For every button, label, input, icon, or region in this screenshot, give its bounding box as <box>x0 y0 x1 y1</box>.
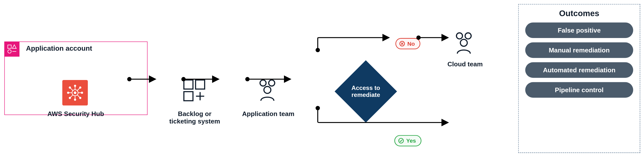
decision-no-tag: No <box>395 38 420 49</box>
shapes-icon <box>7 44 17 54</box>
outcome-manual-remediation: Manual remediation <box>525 42 633 58</box>
application-account-title: Application account <box>26 44 92 52</box>
yes-label: Yes <box>406 138 416 144</box>
svg-rect-23 <box>196 80 205 89</box>
svg-line-10 <box>70 88 73 90</box>
svg-point-29 <box>264 86 271 94</box>
svg-line-12 <box>77 88 80 90</box>
svg-rect-22 <box>184 80 193 89</box>
backlog-icon <box>181 77 207 103</box>
svg-marker-1 <box>12 45 16 48</box>
svg-point-16 <box>67 92 69 94</box>
decision-access-to-remediate: Access to remediate <box>334 60 397 123</box>
svg-point-42 <box>246 78 249 81</box>
svg-point-18 <box>69 86 71 89</box>
svg-point-30 <box>456 33 462 39</box>
decision-label: Access to remediate <box>334 60 397 123</box>
outcome-pipeline-control: Pipeline control <box>525 82 633 98</box>
account-badge-icon <box>4 42 20 57</box>
outcome-automated-remediation: Automated remediation <box>525 62 633 78</box>
outcome-false-positive: False positive <box>525 22 633 38</box>
svg-point-19 <box>79 97 81 99</box>
check-circle-icon <box>398 138 404 144</box>
cloud-team-label: Cloud team <box>435 60 496 68</box>
svg-rect-24 <box>184 92 193 101</box>
svg-point-2 <box>8 50 11 53</box>
svg-point-5 <box>74 92 76 94</box>
svg-point-17 <box>81 92 83 94</box>
backlog-label: Backlog or ticketing system <box>164 110 225 125</box>
svg-point-14 <box>74 85 76 87</box>
svg-point-47 <box>316 106 320 110</box>
svg-point-20 <box>79 86 81 89</box>
security-hub-icon <box>62 80 88 106</box>
svg-line-13 <box>70 95 73 98</box>
application-team-icon <box>254 77 280 101</box>
svg-point-21 <box>69 97 71 99</box>
application-team-label: Application team <box>238 110 299 118</box>
no-label: No <box>407 40 415 47</box>
svg-point-32 <box>460 39 467 46</box>
svg-rect-0 <box>8 45 11 48</box>
x-circle-icon <box>399 41 405 47</box>
svg-point-27 <box>260 80 266 86</box>
outcomes-container: Outcomes False positive Manual remediati… <box>518 4 640 153</box>
svg-line-11 <box>77 95 80 98</box>
cloud-team-icon <box>451 30 477 54</box>
svg-point-28 <box>269 80 275 86</box>
svg-point-44 <box>316 48 320 52</box>
workflow-diagram: Application account <box>0 0 560 140</box>
security-hub-label: AWS Security Hub <box>37 110 115 118</box>
svg-point-15 <box>74 99 76 101</box>
outcomes-title: Outcomes <box>525 9 633 18</box>
decision-yes-tag: Yes <box>394 135 422 146</box>
svg-point-31 <box>465 33 471 39</box>
